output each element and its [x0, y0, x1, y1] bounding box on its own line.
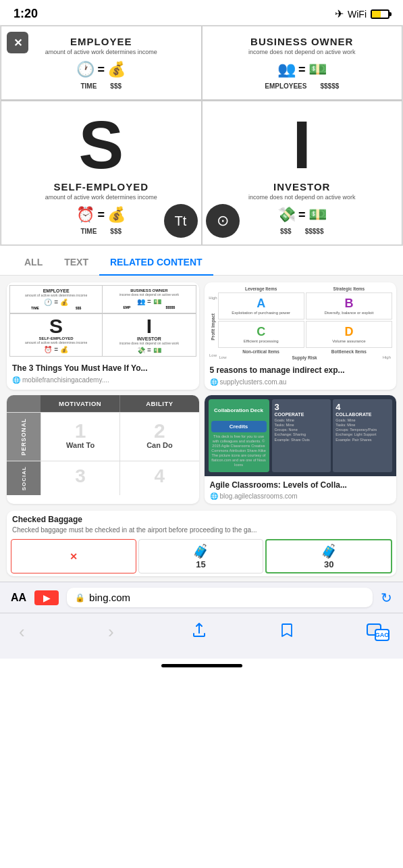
- supply-x-axis: Low Supply Risk High: [218, 354, 393, 360]
- agile-left-panel: Collaboration Deck Credits This deck is …: [209, 399, 269, 472]
- camera-tool-button[interactable]: ⊙: [206, 204, 240, 238]
- globe-icon: 🌐: [12, 376, 20, 384]
- bottom-nav: ‹ › GAO: [0, 613, 403, 659]
- battery-fill: [372, 11, 381, 18]
- personal-label-cell: PERSONAL: [7, 413, 41, 461]
- tab-text[interactable]: TEXT: [53, 247, 99, 276]
- money-wings-icon: 💸: [277, 206, 296, 224]
- cross-mark-icon: ✕: [70, 551, 78, 562]
- aa-label[interactable]: AA: [11, 592, 26, 604]
- text-tool-button[interactable]: Tt: [164, 204, 198, 238]
- personal-row: PERSONAL 1 Want To 2 Can Do: [7, 412, 199, 461]
- luggage-item-30: 🧳 30: [265, 539, 392, 573]
- back-button[interactable]: ‹: [14, 619, 30, 645]
- collaborate-details: Goals: MineTasks: MineGroups: Temporary/…: [335, 418, 389, 442]
- dollar-bags-icon: 💵: [308, 61, 327, 78]
- inv-big-money-label: $$$$$: [305, 228, 324, 235]
- social-row: SOCIAL 3 4: [7, 461, 199, 495]
- cell-b: B Diversify, balance or exploit: [306, 292, 392, 320]
- motivation-header: MOTIVATION ABILITY: [7, 395, 199, 412]
- luggage-icon-15: 🧳: [192, 543, 209, 559]
- cell-d-text: Volume assurance: [308, 339, 389, 344]
- leverage-header: Leverage Items: [218, 286, 304, 291]
- mini-bo-icons: 👥 = 💵: [105, 298, 192, 305]
- tab-switcher-button[interactable]: GAO: [367, 623, 389, 641]
- battery-icon: [371, 9, 389, 19]
- agile-thumb: Collaboration Deck Credits This deck is …: [205, 395, 397, 476]
- url-text: bing.com: [89, 592, 130, 603]
- se-money-label: $$$: [110, 228, 122, 235]
- luggage-item-15: 🧳 15: [138, 539, 264, 573]
- cell-d: D Volume assurance: [306, 321, 392, 348]
- alarm-icon: ⏰: [76, 206, 95, 224]
- mini-inv-icons: 💸 = 💵: [105, 347, 193, 354]
- employee-subtitle: amount of active work determines income: [8, 49, 194, 55]
- bookmarks-button[interactable]: [279, 623, 294, 642]
- reload-button[interactable]: ↻: [381, 590, 392, 606]
- supply-header: Leverage Items Strategic Items: [218, 286, 393, 291]
- status-icons: ✈ WiFi: [335, 7, 389, 20]
- bookmarks-icon: [279, 623, 294, 638]
- cashflow-card[interactable]: EMPLOYEE amount of active work determine…: [7, 282, 199, 390]
- non-critical-header: Non-critical Items: [218, 349, 304, 354]
- social-label: SOCIAL: [21, 466, 27, 490]
- forward-button[interactable]: ›: [103, 619, 119, 645]
- mini-cashflow-infographic: EMPLOYEE amount of active work determine…: [9, 285, 196, 357]
- supply-grid-area: Leverage Items Strategic Items A Exploit…: [218, 286, 393, 360]
- close-button[interactable]: ✕: [7, 32, 28, 53]
- social-number-4: 4: [124, 467, 194, 486]
- luggage-number-30: 30: [321, 559, 338, 569]
- cell-b-letter: B: [308, 297, 389, 311]
- home-bar: [161, 664, 242, 667]
- time-label: TIME: [80, 82, 97, 90]
- mini-employee: EMPLOYEE amount of active work determine…: [10, 286, 103, 313]
- checked-title: Checked Baggage: [12, 515, 391, 524]
- cell-a-text: Exploitation of purchasing power: [221, 311, 302, 315]
- mini-business-owner: BUSINESS OWNER income does not depend on…: [103, 286, 195, 313]
- cashflow-card-thumb: EMPLOYEE amount of active work determine…: [7, 282, 199, 359]
- camera-button[interactable]: ▶: [34, 590, 59, 605]
- agile-item-cooperate: 3 COOPERATE Goals: MineTasks: MineGroups…: [272, 399, 331, 472]
- cooperate-number: 3: [275, 402, 329, 412]
- cashflow-card-info: The 3 Things You Must Have If Yo... 🌐 mo…: [7, 359, 199, 388]
- checked-baggage-card[interactable]: Checked Baggage Checked baggage must be …: [7, 511, 396, 576]
- social-cell-3: 3: [41, 461, 119, 495]
- employee-icons: 🕐 = 💰: [8, 61, 194, 78]
- supply-x-high: High: [383, 355, 391, 360]
- supply-card-source: 🌐 supplyclusters.com.au: [210, 378, 392, 386]
- tab-related-content[interactable]: RELATED CONTENT: [99, 247, 213, 276]
- equals-sign4: =: [298, 208, 306, 222]
- checked-description: Checked baggage must be checked in at th…: [12, 526, 391, 534]
- checked-luggage-items: ✕ 🧳 15 🧳 30: [7, 536, 396, 576]
- bottleneck-header: Bottleneck Items: [306, 349, 392, 354]
- checked-baggage-section: Checked Baggage Checked baggage must be …: [0, 511, 403, 582]
- share-button[interactable]: [192, 623, 207, 642]
- agile-right-panel: 3 COOPERATE Goals: MineTasks: MineGroups…: [272, 399, 393, 472]
- tab-all[interactable]: ALL: [14, 247, 53, 276]
- motivation-header-cell: MOTIVATION: [41, 395, 119, 412]
- supply-matrix-card[interactable]: High Profit Impact Low Leverage Items St…: [205, 282, 397, 390]
- cell-b-text: Diversify, balance or exploit: [308, 311, 389, 315]
- mini-employee-subtitle: amount of active work determines income: [13, 293, 99, 297]
- employee-label: TIME $$$: [8, 82, 194, 90]
- se-time-label: TIME: [80, 228, 97, 235]
- mini-inv-subtitle: income does not depend on active work: [105, 341, 193, 345]
- collaborate-number: 4: [335, 402, 389, 412]
- equals-sign3: =: [97, 208, 105, 222]
- motivation-card[interactable]: MOTIVATION ABILITY PERSONAL 1 Want To 2 …: [7, 395, 199, 504]
- business-owner-title: BUSINESS OWNER: [209, 36, 396, 47]
- supply-matrix-inner: High Profit Impact Low Leverage Items St…: [205, 282, 397, 361]
- url-bar[interactable]: 🔒 bing.com: [67, 588, 373, 607]
- collaboration-deck-title: Collaboration Deck: [211, 403, 267, 418]
- agile-card[interactable]: Collaboration Deck Credits This deck is …: [205, 395, 397, 504]
- money-label: $$$: [110, 82, 122, 90]
- main-image-container: ✕ EMPLOYEE amount of active work determi…: [0, 25, 403, 246]
- clock-icon: 🕐: [76, 61, 95, 78]
- cell-c-letter: C: [221, 325, 302, 339]
- business-owner-subtitle: income does not depend on active work: [209, 49, 396, 55]
- equals-sign2: =: [298, 63, 306, 77]
- browser-bar: AA ▶ 🔒 bing.com ↻: [0, 582, 403, 613]
- cooperate-details: Goals: MineTasks: MineGroups: NoneExchan…: [275, 418, 329, 442]
- inv-money-label: $$$: [280, 228, 292, 235]
- content-grid: EMPLOYEE amount of active work determine…: [0, 276, 403, 511]
